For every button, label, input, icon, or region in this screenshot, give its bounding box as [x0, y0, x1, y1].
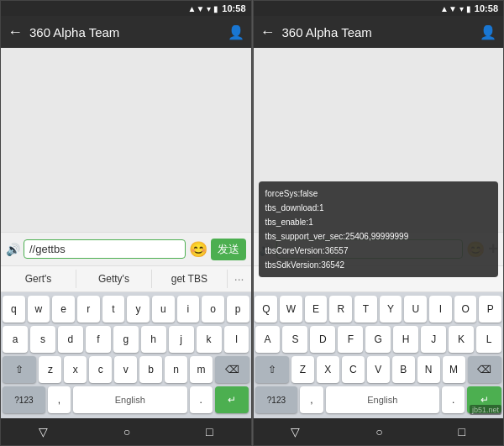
- right-key-numsym[interactable]: ?123: [255, 386, 298, 413]
- right-key-f[interactable]: F: [338, 326, 363, 353]
- key-v[interactable]: v: [114, 356, 137, 383]
- left-home-nav[interactable]: ○: [123, 425, 130, 438]
- right-key-i[interactable]: I: [429, 296, 452, 323]
- key-l[interactable]: l: [224, 326, 249, 353]
- key-shift[interactable]: ⇧: [3, 356, 36, 383]
- right-key-row-1: Q W E R T Y U I O P: [255, 296, 502, 323]
- tbs-line4: tbs_support_ver_sec:25406,99999999: [265, 229, 492, 244]
- right-key-row-3: ⇧ Z X C V B N M ⌫: [255, 356, 502, 383]
- right-key-g[interactable]: G: [365, 326, 391, 353]
- right-key-k[interactable]: K: [449, 326, 474, 353]
- right-key-delete[interactable]: ⌫: [468, 356, 501, 383]
- key-comma[interactable]: ,: [48, 386, 71, 413]
- key-h[interactable]: h: [141, 326, 166, 353]
- right-key-d[interactable]: D: [310, 326, 335, 353]
- suggestion-2[interactable]: Getty's: [76, 270, 152, 288]
- watermark: jb51.net: [470, 405, 501, 415]
- key-j[interactable]: j: [169, 326, 194, 353]
- right-key-period[interactable]: .: [442, 386, 465, 413]
- key-x[interactable]: x: [64, 356, 87, 383]
- key-t[interactable]: t: [102, 296, 125, 323]
- key-q[interactable]: q: [3, 296, 25, 323]
- right-recents-nav[interactable]: □: [459, 425, 465, 438]
- key-y[interactable]: y: [127, 296, 150, 323]
- left-emoji-button[interactable]: 😊: [189, 240, 207, 259]
- left-send-button[interactable]: 发送: [211, 239, 246, 260]
- key-c[interactable]: c: [89, 356, 112, 383]
- suggestion-3[interactable]: get TBS: [152, 270, 228, 288]
- right-key-l[interactable]: L: [476, 326, 501, 353]
- key-f[interactable]: f: [86, 326, 111, 353]
- right-key-y[interactable]: Y: [380, 296, 402, 323]
- right-key-row-4: ?123 , English . ↵: [255, 386, 502, 413]
- right-back-nav[interactable]: ▽: [291, 425, 300, 438]
- right-key-u[interactable]: U: [404, 296, 427, 323]
- right-key-n[interactable]: N: [417, 356, 440, 383]
- right-key-s[interactable]: S: [282, 326, 307, 353]
- right-key-space[interactable]: English: [326, 386, 440, 413]
- key-z[interactable]: z: [39, 356, 61, 383]
- key-b[interactable]: b: [139, 356, 162, 383]
- right-key-a[interactable]: A: [255, 326, 281, 353]
- left-text-input[interactable]: [24, 239, 186, 259]
- right-key-v[interactable]: V: [367, 356, 390, 383]
- right-key-m[interactable]: M: [443, 356, 465, 383]
- right-key-comma[interactable]: ,: [300, 386, 323, 413]
- right-signal-icon: ▲▼: [440, 4, 457, 13]
- suggestion-1[interactable]: Gert's: [1, 270, 76, 288]
- key-o[interactable]: o: [202, 296, 224, 323]
- key-delete[interactable]: ⌫: [215, 356, 249, 383]
- left-chat-title: 360 Alpha Team: [29, 25, 221, 39]
- right-key-w[interactable]: W: [280, 296, 302, 323]
- key-r[interactable]: r: [77, 296, 100, 323]
- tbs-info-popup: forceSys:false tbs_download:1 tbs_enable…: [259, 181, 499, 277]
- right-key-q[interactable]: Q: [255, 296, 277, 323]
- key-u[interactable]: u: [152, 296, 175, 323]
- wifi-icon: ▾: [207, 4, 211, 13]
- right-status-icons: ▲▼ ▾ ▮: [440, 4, 471, 13]
- key-w[interactable]: w: [28, 296, 50, 323]
- right-key-r[interactable]: R: [329, 296, 352, 323]
- key-numsym[interactable]: ?123: [3, 386, 45, 413]
- right-back-button[interactable]: ←: [260, 24, 276, 41]
- right-home-nav[interactable]: ○: [375, 425, 382, 438]
- key-period[interactable]: .: [190, 386, 213, 413]
- right-key-o[interactable]: O: [454, 296, 477, 323]
- key-e[interactable]: e: [52, 296, 75, 323]
- right-key-j[interactable]: J: [421, 326, 446, 353]
- left-back-nav[interactable]: ▽: [39, 425, 48, 438]
- right-key-x[interactable]: X: [317, 356, 339, 383]
- right-key-h[interactable]: H: [393, 326, 418, 353]
- left-mic-icon[interactable]: 🔊: [6, 243, 20, 256]
- signal-icon: ▲▼: [188, 4, 205, 13]
- more-suggestions-icon[interactable]: ···: [228, 269, 251, 289]
- key-enter[interactable]: ↵: [215, 386, 249, 413]
- left-recents-nav[interactable]: □: [206, 425, 213, 438]
- key-space[interactable]: English: [73, 386, 187, 413]
- right-wifi-icon: ▾: [459, 4, 464, 13]
- left-key-row-3: ⇧ z x c v b n m ⌫: [3, 356, 249, 383]
- key-i[interactable]: i: [177, 296, 200, 323]
- key-n[interactable]: n: [165, 356, 187, 383]
- right-key-p[interactable]: P: [479, 296, 501, 323]
- left-bottom-nav: ▽ ○ □: [1, 418, 251, 445]
- left-person-icon: 👤: [228, 24, 244, 40]
- left-chat-area: [1, 48, 251, 232]
- right-key-t[interactable]: T: [354, 296, 377, 323]
- tbs-line5: tbsCoreVersion:36557: [265, 244, 492, 258]
- right-key-shift[interactable]: ⇧: [255, 356, 289, 383]
- key-s[interactable]: s: [30, 326, 55, 353]
- right-key-z[interactable]: Z: [291, 356, 314, 383]
- key-m[interactable]: m: [190, 356, 213, 383]
- left-input-bar: 🔊 😊 发送: [1, 232, 251, 265]
- right-key-b[interactable]: B: [392, 356, 415, 383]
- key-a[interactable]: a: [3, 326, 28, 353]
- right-key-e[interactable]: E: [305, 296, 328, 323]
- key-g[interactable]: g: [113, 326, 139, 353]
- left-time: 10:58: [222, 3, 245, 13]
- right-key-c[interactable]: C: [342, 356, 365, 383]
- left-back-button[interactable]: ←: [8, 24, 23, 41]
- key-k[interactable]: k: [197, 326, 222, 353]
- key-p[interactable]: p: [227, 296, 249, 323]
- key-d[interactable]: d: [58, 326, 83, 353]
